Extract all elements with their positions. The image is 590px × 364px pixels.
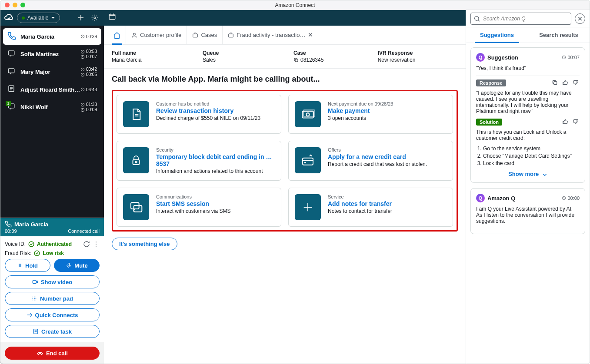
svg-rect-47	[554, 82, 557, 85]
chat-icon: 1	[7, 103, 17, 112]
queue-label: Queue	[203, 50, 276, 56]
contact-timers: 06:43	[80, 87, 97, 92]
calendar-button[interactable]	[108, 13, 119, 23]
settings-button[interactable]	[89, 12, 100, 23]
chevron-down-icon	[542, 172, 547, 177]
briefcase-icon	[192, 32, 198, 38]
queue-value: Sales	[203, 57, 276, 63]
tab-cases[interactable]: Cases	[187, 26, 223, 44]
unread-badge: 1	[6, 101, 11, 106]
something-else-button[interactable]: It's something else	[112, 238, 177, 250]
intent-card-review-transaction[interactable]: Customer has be notified Review transact…	[117, 95, 281, 134]
svg-point-23	[34, 297, 35, 298]
contact-name: Nikki Wolf	[20, 104, 80, 110]
tab-home[interactable]	[108, 26, 126, 44]
chat-icon	[7, 50, 17, 59]
pause-icon	[17, 263, 23, 268]
contact-item[interactable]: Maria Garcia 00:39	[3, 28, 101, 45]
tab-search-results[interactable]: Search results	[528, 27, 590, 43]
response-badge: Response	[476, 79, 506, 86]
thumbs-down-button[interactable]	[573, 119, 580, 126]
svg-point-41	[135, 161, 137, 163]
home-icon	[113, 32, 120, 39]
mute-button[interactable]: Mute	[54, 259, 100, 272]
thumbs-up-button[interactable]	[562, 79, 569, 86]
thumbs-up-button[interactable]	[562, 119, 569, 126]
end-call-button[interactable]: End call	[5, 347, 100, 360]
phone-icon	[5, 221, 12, 228]
contact-item[interactable]: 1 Nikki Wolf 01:33 00:09	[3, 99, 101, 116]
svg-point-0	[94, 17, 96, 19]
dialpad-icon	[31, 295, 37, 301]
contact-item[interactable]: Mary Major 00:42 00:05	[3, 63, 101, 80]
document-icon	[123, 101, 149, 127]
amazon-q-search-input[interactable]	[470, 13, 571, 25]
intent-cards-group: Customer has be notified Review transact…	[112, 90, 458, 232]
window-title: Amazon Connect	[275, 2, 315, 8]
call-status: Connected call	[68, 228, 100, 234]
intent-card-add-notes[interactable]: Service Add notes for transfer Notes to …	[288, 188, 453, 227]
contact-item[interactable]: Adjust Ricard Smith's p… 06:43	[3, 81, 101, 98]
intent-card-block-card[interactable]: Security Temporary block debit card endi…	[117, 141, 281, 181]
svg-point-30	[36, 300, 37, 301]
close-panel-button[interactable]	[575, 13, 585, 24]
svg-point-14	[96, 242, 97, 242]
check-circle-icon	[34, 250, 40, 256]
copy-icon[interactable]	[293, 57, 299, 63]
svg-point-24	[36, 297, 37, 298]
tab-fraud-activity[interactable]: Fraud activity - transactio…	[223, 26, 319, 44]
suggestion-time: 00:07	[562, 55, 580, 60]
plus-icon	[295, 194, 321, 220]
tab-close-button[interactable]	[308, 32, 314, 38]
clock-icon	[80, 103, 85, 107]
close-window[interactable]	[5, 3, 10, 7]
intent-card-make-payment[interactable]: Next payment due on 09/28/23 Make paymen…	[288, 95, 453, 134]
suggestion-title: Amazon Q	[487, 195, 559, 202]
solution-text: This is how you can Lock and Unlock a cu…	[476, 129, 580, 141]
search-icon	[473, 15, 480, 22]
clock-icon	[80, 87, 85, 92]
contact-list: Maria Garcia 00:39 Sofía Martínez 00:53 …	[0, 26, 104, 116]
add-button[interactable]	[75, 12, 87, 23]
tab-customer-profile[interactable]: Customer profile	[126, 26, 187, 44]
amazon-q-intro-text: I am Q your Live Assistant powered by AI…	[476, 206, 580, 224]
svg-point-16	[96, 246, 97, 247]
create-task-button[interactable]: Create task	[5, 325, 100, 338]
clock-icon	[562, 196, 566, 200]
copy-button[interactable]	[552, 79, 559, 86]
refresh-button[interactable]	[83, 241, 90, 248]
hold-button[interactable]: Hold	[5, 259, 50, 272]
video-icon	[32, 279, 38, 285]
quick-connects-button[interactable]: Quick Connects	[5, 308, 100, 321]
svg-rect-34	[193, 34, 198, 37]
number-pad-button[interactable]: Number pad	[5, 292, 100, 305]
svg-rect-18	[19, 264, 20, 267]
solution-steps: Go to the service system Choose "Manage …	[476, 146, 580, 166]
task-icon	[33, 328, 39, 334]
show-more-button[interactable]: Show more	[476, 171, 580, 177]
phone-icon	[7, 32, 17, 41]
response-text: "I apologize for any trouble this may ha…	[476, 90, 580, 114]
svg-point-38	[306, 113, 309, 116]
contact-item[interactable]: Sofía Martínez 00:53 00:07	[3, 46, 101, 63]
svg-point-22	[33, 297, 33, 298]
window-controls	[5, 3, 25, 7]
tab-suggestions[interactable]: Suggestions	[466, 27, 528, 43]
money-icon	[295, 101, 321, 127]
status-dot-icon	[22, 17, 25, 20]
thumbs-down-button[interactable]	[573, 79, 580, 86]
main-content: Customer profile Cases Fraud activity - …	[104, 10, 466, 364]
svg-point-33	[133, 33, 136, 35]
contact-name: Adjust Ricard Smith's p…	[20, 86, 80, 93]
maximize-window[interactable]	[20, 3, 25, 7]
intent-card-start-sms[interactable]: Communications Start SMS session Interac…	[117, 188, 281, 227]
more-button[interactable]	[93, 241, 100, 248]
amazon-q-panel: Suggestions Search results Q Suggestion …	[466, 10, 590, 364]
call-panel: Maria Garcia 00:39 Connected call Voice …	[0, 218, 104, 364]
intent-card-apply-credit-card[interactable]: Offers Apply for a new credit card Repor…	[288, 141, 453, 181]
show-video-button[interactable]: Show video	[5, 275, 100, 288]
center-toolbar	[104, 10, 466, 26]
availability-dropdown[interactable]: Available	[17, 13, 60, 23]
minimize-window[interactable]	[13, 3, 17, 7]
svg-point-27	[36, 298, 37, 299]
